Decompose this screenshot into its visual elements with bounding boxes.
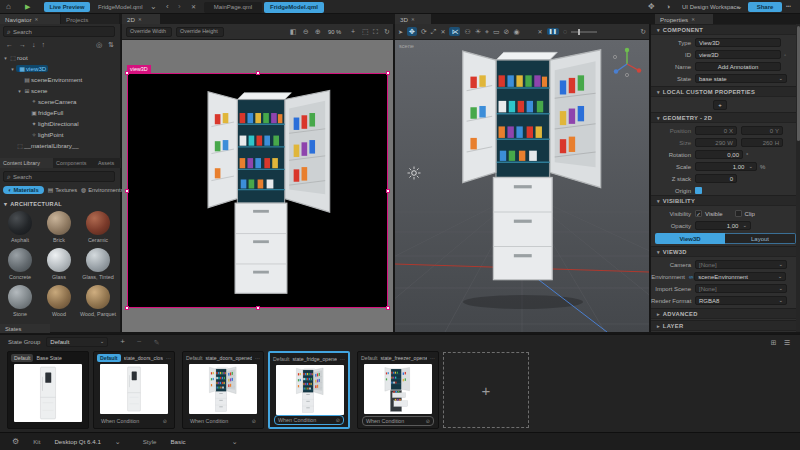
resize-handle[interactable] [125, 71, 129, 75]
state-default-badge[interactable]: Default [273, 356, 289, 362]
style-dropdown[interactable]: Basic [170, 438, 185, 445]
mute-particles-icon[interactable]: ◌ [563, 28, 567, 35]
material-glass[interactable]: Glass [40, 248, 78, 280]
close-icon[interactable]: ✕ [34, 17, 38, 22]
subtab-view3d[interactable]: View3D [655, 233, 725, 244]
section-layer[interactable]: ▸LAYER [651, 320, 800, 331]
thumbnail-view-icon[interactable]: ⊞ [771, 339, 777, 346]
environment-dropdown[interactable]: sceneEnvironment⌄ [694, 272, 786, 281]
clip-checkbox[interactable] [735, 210, 742, 217]
size-w-field[interactable]: 290W [695, 138, 737, 147]
move-down-icon[interactable]: ↓ [32, 41, 36, 48]
share-button[interactable]: Share [748, 2, 782, 12]
pause-particles-icon[interactable]: ❚❚ [547, 28, 559, 35]
filter-icon[interactable]: ⇅ [108, 41, 114, 48]
when-condition-field[interactable]: When Condition⊘ [98, 416, 170, 426]
move-right-icon[interactable]: → [19, 41, 26, 48]
material-brick[interactable]: Brick [40, 211, 78, 243]
resize-handle[interactable] [386, 189, 390, 193]
material-glass-tinted[interactable]: Glass, Tinted [79, 248, 117, 280]
state-card-doors-closed[interactable]: Defaultstate_doors_closed⋯ When Conditio… [93, 351, 175, 429]
forward-icon[interactable]: › [178, 3, 181, 11]
view3d-item-selection[interactable]: view3D [127, 73, 388, 308]
split-view-icon[interactable]: ▭ [493, 28, 500, 35]
tab-projects[interactable]: Projects [61, 14, 119, 24]
global-light-icon[interactable]: ☀ [475, 28, 481, 35]
condition-icon[interactable]: ⊘ [426, 418, 430, 424]
visible-checkbox[interactable]: ✓ [695, 210, 702, 217]
material-concrete[interactable]: Concrete [1, 248, 39, 280]
subtab-layout[interactable]: Layout [725, 233, 796, 244]
state-dropdown[interactable]: base state⌄ [695, 74, 787, 83]
chip-textures[interactable]: ▤Textures [48, 187, 77, 193]
type-field[interactable]: View3D [695, 38, 781, 47]
zstack-field[interactable]: 0 [695, 174, 737, 183]
position-x-field[interactable]: 0X [695, 126, 737, 135]
override-height-input[interactable]: Override Height [176, 27, 224, 37]
card-menu-icon[interactable]: ⋯ [430, 355, 435, 361]
theme-toggle-icon[interactable]: ◑ [666, 3, 670, 10]
library-search-input[interactable]: ⌕Search [3, 171, 115, 182]
add-state-card[interactable]: + [443, 352, 529, 428]
state-card-freezer-opened[interactable]: Defaultstate_freezer_opened⋯ When Condit… [357, 351, 439, 429]
tree-item-fridgefull[interactable]: ▣fridgeFull [0, 107, 121, 118]
properties-scrollbar[interactable] [796, 24, 800, 332]
tab-assets[interactable]: Assets [95, 158, 121, 168]
settings-gear-icon[interactable]: ⚙ [12, 438, 19, 446]
background-color-icon[interactable]: ◧ [290, 28, 297, 35]
more-menu-icon[interactable]: ••• [786, 5, 791, 10]
close-particles-icon[interactable]: ✕ [538, 29, 543, 35]
when-condition-field[interactable]: When Condition⊘ [274, 415, 344, 425]
expander-icon[interactable]: ▾ [2, 55, 9, 61]
resize-handle[interactable] [256, 71, 260, 75]
tab-3d[interactable]: 3D✕ [395, 14, 431, 24]
file-chevron-down-icon[interactable]: ⌄ [150, 3, 157, 11]
chip-materials[interactable]: ◐Materials [3, 186, 44, 194]
tab-2d[interactable]: 2D✕ [122, 14, 160, 24]
hide-gizmos-icon[interactable]: ⊘ [504, 28, 510, 35]
scale-dropdown[interactable]: 1,00⌄ [695, 162, 757, 171]
card-menu-icon[interactable]: ⋯ [166, 355, 171, 361]
list-view-icon[interactable]: ☰ [784, 339, 790, 346]
move-mode-icon[interactable]: ✥ [407, 27, 417, 36]
run-project-icon[interactable]: ▶ [25, 3, 30, 10]
expander-icon[interactable]: ▾ [9, 66, 16, 72]
origin-swatch[interactable] [695, 187, 702, 194]
tab-navigator[interactable]: Navigator✕ [0, 14, 60, 24]
reset-3d-view-icon[interactable]: ↻ [640, 28, 646, 35]
move-up-icon[interactable]: ↑ [42, 41, 46, 48]
section-advanced[interactable]: ▸ADVANCED [651, 308, 800, 319]
tree-item-materiallibrary[interactable]: ⬚__materialLibrary__ [0, 140, 121, 151]
override-width-input[interactable]: Override Width [126, 27, 172, 37]
particles-speed-slider[interactable] [571, 31, 597, 33]
state-default-badge[interactable]: Default [361, 355, 377, 361]
section-view3d[interactable]: ▾VIEW3D [651, 246, 800, 257]
move-workspace-icon[interactable]: ✥ [648, 3, 655, 11]
doc-tab-mainpage[interactable]: MainPage.qml [204, 2, 262, 13]
binding-link-icon[interactable]: ∞ [689, 274, 693, 280]
scene-3d[interactable]: scene [395, 40, 649, 332]
render-format-dropdown[interactable]: RGBA8⌄ [695, 296, 787, 305]
fit-screen-icon[interactable]: ⛶ [373, 28, 378, 35]
resize-handle[interactable] [386, 71, 390, 75]
material-stone[interactable]: Stone [1, 285, 39, 317]
camera-dropdown[interactable]: [None]⌄ [695, 260, 787, 269]
state-card-doors-opened[interactable]: Defaultstate_doors_opened⋯ When Conditio… [182, 351, 264, 429]
when-condition-field[interactable]: When Condition⊘ [187, 416, 259, 426]
tab-components[interactable]: Components [53, 158, 95, 168]
camera-view-icon[interactable]: ⌖ [485, 28, 489, 35]
resize-handle[interactable] [125, 306, 129, 310]
tree-item-scene[interactable]: ▾⊞scene [0, 85, 121, 96]
remove-state-group-icon[interactable]: − [137, 338, 142, 346]
section-architectural[interactable]: ▾ ARCHITECTURAL [4, 199, 62, 208]
state-default-badge[interactable]: Default [11, 354, 33, 362]
add-state-group-icon[interactable]: + [120, 338, 125, 346]
condition-icon[interactable]: ⊘ [252, 418, 256, 424]
home-icon[interactable]: ⌂ [6, 3, 11, 11]
doc-tab-fridgemodel[interactable]: FridgeModel.qml [264, 2, 324, 13]
current-file-dropdown[interactable]: FridgeModel.qml [98, 4, 143, 10]
tree-item-root[interactable]: ▾⬚root [0, 52, 121, 63]
edit-light-icon[interactable]: ⚇ [464, 28, 470, 35]
section-geometry[interactable]: ▾GEOMETRY - 2D [651, 112, 800, 123]
tree-item-scenecamera[interactable]: ⌖sceneCamera [0, 96, 121, 107]
